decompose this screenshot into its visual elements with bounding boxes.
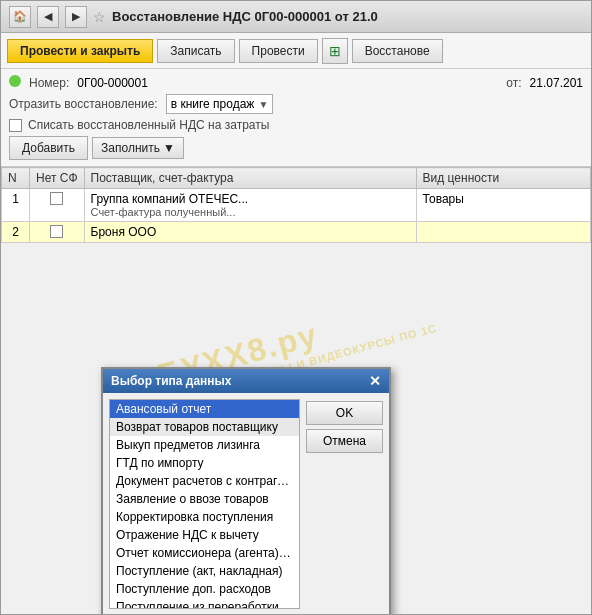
table-container: БУХХ8.ру ОНЛАЙН СЕМИНАРЫ И ВИДЕОКУРСЫ ПО… bbox=[1, 167, 591, 614]
write-off-checkbox[interactable] bbox=[9, 119, 22, 132]
list-item[interactable]: Корректировка поступления bbox=[110, 508, 299, 526]
checkbox-row: Списать восстановленный НДС на затраты bbox=[9, 118, 583, 132]
fill-button-label: Заполнить bbox=[101, 141, 160, 155]
list-item[interactable]: Поступление из переработки bbox=[110, 598, 299, 609]
dialog-overlay: Выбор типа данных ✕ Авансовый отчет Возв… bbox=[1, 167, 591, 614]
number-label: Номер: bbox=[29, 76, 69, 90]
forward-arrow-icon: ▶ bbox=[72, 10, 80, 23]
date-value: 21.07.201 bbox=[530, 76, 583, 90]
list-item[interactable]: Поступление доп. расходов bbox=[110, 580, 299, 598]
dialog-list[interactable]: Авансовый отчет Возврат товаров поставщи… bbox=[109, 399, 300, 609]
post-close-button[interactable]: Провести и закрыть bbox=[7, 39, 153, 63]
save-button[interactable]: Записать bbox=[157, 39, 234, 63]
forward-button[interactable]: ▶ bbox=[65, 6, 87, 28]
reflect-label: Отразить восстановление: bbox=[9, 97, 158, 111]
number-row: Номер: 0Г00-000001 от: 21.07.201 bbox=[9, 75, 583, 90]
favorite-icon[interactable]: ☆ bbox=[93, 9, 106, 25]
toolbar: Провести и закрыть Записать Провести ⊞ В… bbox=[1, 33, 591, 69]
add-button[interactable]: Добавить bbox=[9, 136, 88, 160]
list-item[interactable]: Отчет комиссионера (агента) о пр... bbox=[110, 544, 299, 562]
dialog-title-text: Выбор типа данных bbox=[111, 374, 232, 388]
home-icon: 🏠 bbox=[13, 10, 27, 23]
dropdown-arrow-icon: ▼ bbox=[258, 99, 268, 110]
add-row: Добавить Заполнить ▼ bbox=[9, 136, 583, 160]
list-item[interactable]: Документ расчетов с контрагентом bbox=[110, 472, 299, 490]
main-window: 🏠 ◀ ▶ ☆ Восстановление НДС 0Г00-000001 о… bbox=[0, 0, 592, 615]
list-item[interactable]: Выкуп предметов лизинга bbox=[110, 436, 299, 454]
back-arrow-icon: ◀ bbox=[44, 10, 52, 23]
dialog-title-bar: Выбор типа данных ✕ bbox=[103, 369, 389, 393]
list-item[interactable]: Поступление (акт, накладная) bbox=[110, 562, 299, 580]
date-label: от: bbox=[506, 76, 521, 90]
excel-icon: ⊞ bbox=[329, 43, 341, 59]
list-item[interactable]: ГТД по импорту bbox=[110, 454, 299, 472]
type-select-dialog: Выбор типа данных ✕ Авансовый отчет Возв… bbox=[101, 367, 391, 614]
green-status-dot bbox=[9, 75, 21, 90]
list-item[interactable]: Авансовый отчет bbox=[110, 400, 299, 418]
dialog-cancel-button[interactable]: Отмена bbox=[306, 429, 383, 453]
reflect-select-value: в книге продаж bbox=[171, 97, 255, 111]
dialog-body: Авансовый отчет Возврат товаров поставщи… bbox=[103, 393, 389, 614]
dialog-buttons: OK Отмена bbox=[306, 399, 383, 609]
window-title: Восстановление НДС 0Г00-000001 от 21.0 bbox=[112, 9, 583, 24]
dialog-ok-button[interactable]: OK bbox=[306, 401, 383, 425]
list-item[interactable]: Отражение НДС к вычету bbox=[110, 526, 299, 544]
checkbox-label: Списать восстановленный НДС на затраты bbox=[28, 118, 269, 132]
list-item[interactable]: Возврат товаров поставщику bbox=[110, 418, 299, 436]
title-bar: 🏠 ◀ ▶ ☆ Восстановление НДС 0Г00-000001 о… bbox=[1, 1, 591, 33]
back-button[interactable]: ◀ bbox=[37, 6, 59, 28]
number-value: 0Г00-000001 bbox=[77, 76, 148, 90]
list-item[interactable]: Заявление о ввозе товаров bbox=[110, 490, 299, 508]
reflect-row: Отразить восстановление: в книге продаж … bbox=[9, 94, 583, 114]
fill-dropdown-arrow-icon: ▼ bbox=[163, 141, 175, 155]
excel-button[interactable]: ⊞ bbox=[322, 38, 348, 64]
fill-button[interactable]: Заполнить ▼ bbox=[92, 137, 184, 159]
restore-button[interactable]: Восстанове bbox=[352, 39, 443, 63]
home-button[interactable]: 🏠 bbox=[9, 6, 31, 28]
reflect-select[interactable]: в книге продаж ▼ bbox=[166, 94, 274, 114]
form-area: Номер: 0Г00-000001 от: 21.07.201 Отразит… bbox=[1, 69, 591, 167]
dialog-close-button[interactable]: ✕ bbox=[369, 373, 381, 389]
post-button[interactable]: Провести bbox=[239, 39, 318, 63]
